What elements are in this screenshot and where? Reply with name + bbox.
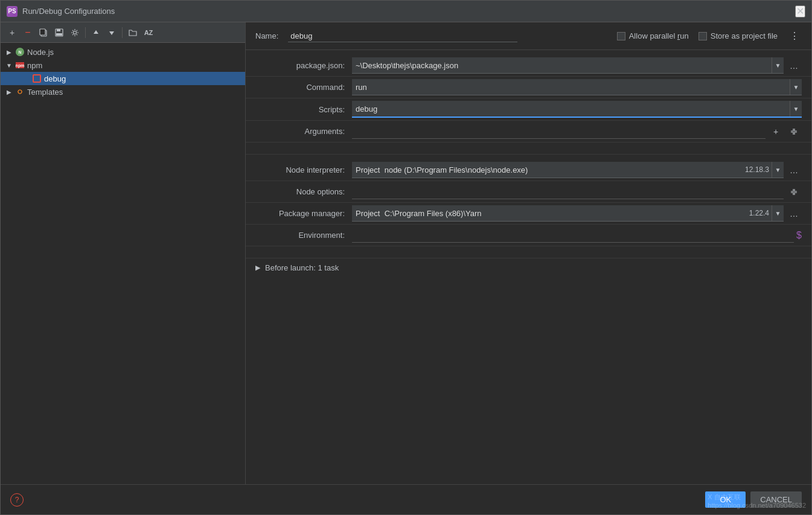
before-launch-label: Before launch: 1 task <box>265 263 339 272</box>
run-debug-dialog: PS Run/Debug Configurations ✕ + − <box>0 0 812 515</box>
nodejs-arrow: ▶ <box>5 48 13 56</box>
svg-rect-4 <box>56 33 62 36</box>
tree-item-npm[interactable]: ▼ npm npm <box>1 59 245 72</box>
svg-point-5 <box>74 31 77 34</box>
before-launch-row: ▶ Before launch: 1 task <box>246 258 811 277</box>
main-content: + − <box>1 22 811 484</box>
header-more-button[interactable]: ⋮ <box>787 29 802 43</box>
package-json-value: ▼ … <box>352 57 802 74</box>
remove-config-button[interactable]: − <box>21 26 34 39</box>
title-bar-left: PS Run/Debug Configurations <box>7 6 115 17</box>
package-json-row: package.json: ▼ … <box>246 55 811 77</box>
node-interpreter-more-button[interactable]: … <box>786 162 802 178</box>
config-options: Allow parallel run Store as project file… <box>617 29 802 43</box>
scripts-dropdown-arrow[interactable]: ▼ <box>790 101 802 117</box>
store-as-project-box[interactable] <box>699 32 707 40</box>
tree-item-templates[interactable]: ▶ Templates <box>1 85 245 98</box>
settings-button[interactable] <box>68 26 82 39</box>
form-section-1: package.json: ▼ … Command: <box>246 50 811 147</box>
node-version: 12.18.3 <box>745 165 769 174</box>
command-dropdown-arrow[interactable]: ▼ <box>790 79 802 95</box>
scripts-input[interactable] <box>352 102 790 116</box>
package-json-more-button[interactable]: … <box>786 58 802 74</box>
command-label: Command: <box>255 83 352 92</box>
ok-button[interactable]: OK <box>705 491 746 508</box>
node-options-expand-button[interactable] <box>786 184 802 200</box>
package-json-dropdown-arrow[interactable]: ▼ <box>772 57 784 73</box>
node-interpreter-label: Node interpreter: <box>255 165 352 174</box>
footer: ? OK CANCEL <box>1 484 811 514</box>
debug-label: debug <box>44 74 66 83</box>
folder-button[interactable] <box>126 26 139 39</box>
footer-right: OK CANCEL <box>705 491 802 508</box>
name-label: Name: <box>255 31 278 40</box>
package-manager-more-button[interactable]: … <box>786 206 802 222</box>
environment-value: $ <box>352 228 802 243</box>
before-launch-arrow[interactable]: ▶ <box>255 264 260 272</box>
tree-item-nodejs[interactable]: ▶ N Node.js <box>1 45 245 59</box>
form-separator <box>246 147 811 155</box>
title-bar: PS Run/Debug Configurations ✕ <box>1 1 811 22</box>
arguments-expand-button[interactable] <box>786 124 802 139</box>
allow-parallel-checkbox[interactable]: Allow parallel run <box>617 31 689 40</box>
allow-parallel-box[interactable] <box>617 32 625 40</box>
config-tree: ▶ N Node.js ▼ npm npm <box>1 43 246 101</box>
save-config-button[interactable] <box>53 26 66 39</box>
debug-icon <box>32 74 42 83</box>
arguments-input[interactable] <box>352 124 766 139</box>
arguments-label: Arguments: <box>255 127 352 136</box>
form-separator-2 <box>246 251 811 258</box>
node-options-label: Node options: <box>255 187 352 196</box>
environment-label: Environment: <box>255 231 352 240</box>
package-manager-dropdown-arrow[interactable]: ▼ <box>772 205 784 221</box>
package-manager-input[interactable] <box>352 206 749 220</box>
node-options-input[interactable] <box>352 185 784 199</box>
yarn-version: 1.22.4 <box>749 209 769 217</box>
toolbar-separator-1 <box>85 27 86 38</box>
templates-icon <box>15 87 25 97</box>
copy-config-button[interactable] <box>37 26 50 39</box>
package-manager-row: Package manager: 1.22.4 ▼ … <box>246 203 811 225</box>
node-options-row: Node options: <box>246 181 811 203</box>
toolbar-separator-2 <box>122 27 123 38</box>
command-input[interactable] <box>352 80 790 94</box>
footer-left: ? <box>10 493 24 507</box>
svg-rect-1 <box>40 29 45 35</box>
npm-arrow: ▼ <box>5 62 13 69</box>
node-interpreter-dropdown-arrow[interactable]: ▼ <box>772 162 784 178</box>
move-down-button[interactable] <box>105 26 118 39</box>
add-config-button[interactable]: + <box>5 26 19 39</box>
store-as-project-checkbox[interactable]: Store as project file <box>699 31 778 40</box>
environment-dollar-button[interactable]: $ <box>796 230 802 241</box>
environment-input[interactable] <box>352 228 794 243</box>
nodejs-icon: N <box>15 47 25 57</box>
arguments-add-button[interactable]: + <box>768 124 784 139</box>
node-interpreter-input[interactable] <box>352 163 745 177</box>
close-button[interactable]: ✕ <box>795 5 805 18</box>
arguments-value: + <box>352 124 802 139</box>
tree-item-debug[interactable]: ▶ debug <box>1 72 245 85</box>
dialog-title: Run/Debug Configurations <box>22 7 115 16</box>
store-as-project-label: Store as project file <box>711 31 778 40</box>
sort-button[interactable]: AZ <box>142 26 155 39</box>
scripts-label: Scripts: <box>255 105 352 114</box>
node-interpreter-value: 12.18.3 ▼ … <box>352 162 802 178</box>
scripts-value: ▼ <box>352 101 802 118</box>
config-header: Name: Allow parallel run Store as projec… <box>246 22 811 50</box>
package-manager-value: 1.22.4 ▼ … <box>352 205 802 222</box>
node-options-value <box>352 184 802 200</box>
npm-icon: npm <box>15 60 25 70</box>
form-section-2: Node interpreter: 12.18.3 ▼ … Node <box>246 155 811 251</box>
npm-label: npm <box>27 61 42 70</box>
cancel-button[interactable]: CANCEL <box>750 491 802 508</box>
package-json-input[interactable] <box>352 59 772 72</box>
environment-row: Environment: $ <box>246 225 811 246</box>
move-up-button[interactable] <box>89 26 103 39</box>
node-interpreter-row: Node interpreter: 12.18.3 ▼ … <box>246 159 811 181</box>
command-value: ▼ <box>352 79 802 95</box>
help-button[interactable]: ? <box>10 493 24 507</box>
scripts-row: Scripts: ▼ <box>246 98 811 121</box>
nodejs-label: Node.js <box>27 48 54 57</box>
name-input[interactable] <box>288 30 517 42</box>
svg-rect-3 <box>57 29 60 31</box>
